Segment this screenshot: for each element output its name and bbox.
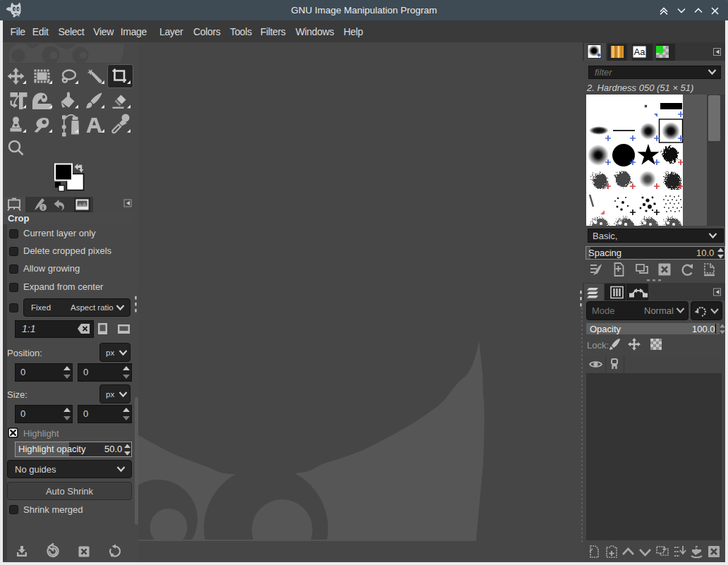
svg-text:Aa: Aa — [634, 47, 646, 57]
